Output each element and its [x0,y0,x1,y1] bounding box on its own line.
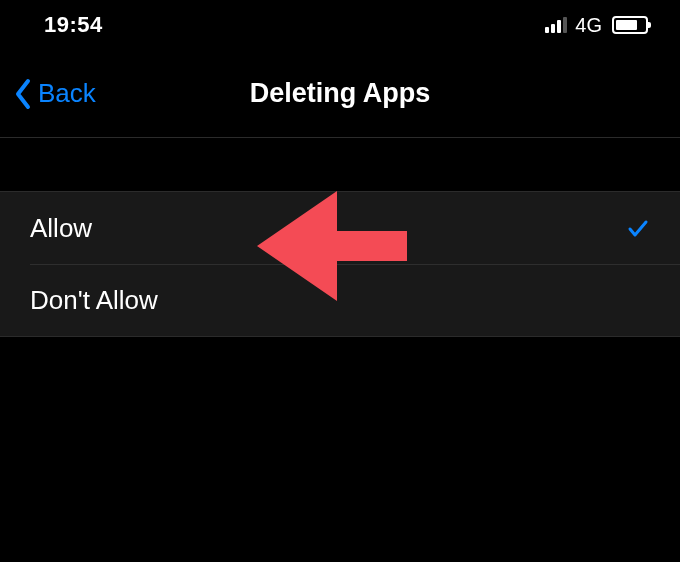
screen: 19:54 4G Back Deleting Apps [0,0,680,562]
navigation-bar: Back Deleting Apps [0,50,680,138]
options-list: Allow Don't Allow [0,191,680,337]
status-bar: 19:54 4G [0,0,680,50]
network-label: 4G [575,14,602,37]
option-allow[interactable]: Allow [0,192,680,264]
option-label: Allow [30,213,92,244]
back-button[interactable]: Back [14,50,96,137]
chevron-left-icon [14,78,32,110]
status-time: 19:54 [44,12,103,38]
back-label: Back [38,78,96,109]
page-title: Deleting Apps [250,78,431,109]
battery-icon [612,16,648,34]
signal-icon [545,17,567,33]
option-dont-allow[interactable]: Don't Allow [30,264,680,336]
section-gap [0,138,680,191]
status-indicators: 4G [545,14,648,37]
option-label: Don't Allow [30,285,158,316]
checkmark-icon [626,216,650,240]
